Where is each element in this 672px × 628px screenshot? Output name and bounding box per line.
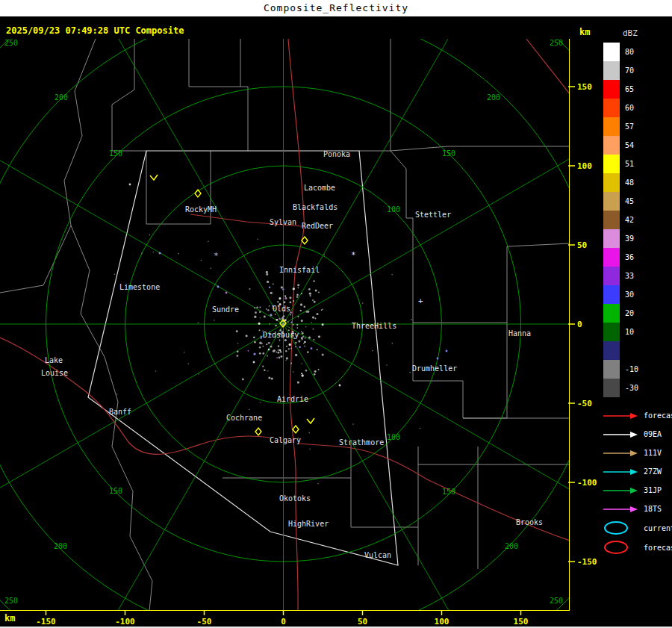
echo-dot xyxy=(273,283,274,285)
echo-dot xyxy=(198,323,199,324)
range-ring-label: 200 xyxy=(54,542,67,550)
legend-label: 18TS xyxy=(644,505,662,513)
right-axis-tick-label: -100 xyxy=(577,478,597,488)
range-ring-label: 150 xyxy=(442,149,455,158)
echo-dot xyxy=(279,357,281,359)
echo-dot xyxy=(178,253,179,255)
echo-dot xyxy=(300,303,302,305)
colorbar-value-label: 20 xyxy=(625,309,647,317)
echo-dot xyxy=(314,301,316,303)
colorbar-swatch xyxy=(603,80,620,99)
highway-line xyxy=(526,39,570,94)
echo-dot xyxy=(308,432,310,434)
product-timestamp: 2025/09/23 07:49:28 UTC Composite xyxy=(6,25,184,36)
district-boundary xyxy=(240,39,248,151)
point-marker-dot xyxy=(217,286,220,288)
echo-dot xyxy=(313,339,314,341)
echo-dot xyxy=(276,357,278,358)
echo-dot xyxy=(214,320,215,321)
colorbar-value-label: 60 xyxy=(625,104,647,112)
range-ring-label: 150 xyxy=(109,149,122,158)
echo-dot xyxy=(322,354,324,356)
legend-arrow-row: 31JP xyxy=(602,481,672,500)
dbz-colorbar: dBZ 80706560575451484542393633302010-10-… xyxy=(603,28,647,397)
echo-dot xyxy=(302,332,304,335)
echo-dot xyxy=(254,315,256,317)
echo-dot xyxy=(323,254,325,255)
echo-dot xyxy=(391,274,393,276)
legend-arrow-row: 09EA xyxy=(602,425,672,444)
echo-dot xyxy=(259,346,261,348)
echo-dot xyxy=(311,347,313,349)
range-ring-label: 150 xyxy=(109,487,122,495)
echo-dot xyxy=(290,348,292,349)
colorbar-swatch xyxy=(603,267,620,285)
echo-dot xyxy=(288,348,290,349)
echo-dot xyxy=(198,373,199,375)
colorbar-swatch xyxy=(603,248,620,267)
right-axis-tick-label: -150 xyxy=(577,557,597,567)
colorbar-value-label: 54 xyxy=(625,141,647,149)
echo-dot xyxy=(211,267,212,269)
city-label: Strathmore xyxy=(339,438,384,447)
point-marker-dot xyxy=(159,252,161,255)
echo-dot xyxy=(266,343,267,345)
echo-dot xyxy=(409,372,411,373)
legend-label: 09EA xyxy=(644,430,662,438)
echo-dot xyxy=(286,357,288,359)
echo-dot xyxy=(317,483,319,485)
range-ring-label: 200 xyxy=(55,93,68,102)
echo-dot xyxy=(302,374,304,376)
echo-dot xyxy=(301,363,302,364)
echo-dot xyxy=(309,448,311,450)
echo-dot xyxy=(275,325,277,327)
echo-dot xyxy=(237,350,239,352)
echo-dot xyxy=(290,362,292,364)
colorbar-value-label: 42 xyxy=(625,216,647,224)
echo-dot xyxy=(322,323,324,326)
echo-dot xyxy=(279,349,281,351)
city-label: Hanna xyxy=(508,329,531,338)
echo-dot xyxy=(260,317,261,319)
right-axis-tick-label: 0 xyxy=(577,320,582,329)
echo-dot xyxy=(293,300,294,302)
colorbar-swatch-row: 65 xyxy=(603,80,647,99)
district-boundary xyxy=(391,39,413,218)
echo-dot xyxy=(318,369,320,370)
echo-dot xyxy=(279,319,281,320)
district-boundary xyxy=(413,218,570,323)
point-marker-dot xyxy=(446,350,448,352)
echo-dot xyxy=(296,296,298,297)
echo-dot xyxy=(273,350,275,352)
range-ring-label: 200 xyxy=(505,542,518,550)
city-label: Okotoks xyxy=(279,494,311,503)
echo-dot xyxy=(262,365,264,367)
echo-dot xyxy=(301,337,303,339)
colorbar-value-label: 36 xyxy=(625,253,647,261)
point-marker-dot xyxy=(129,184,131,186)
echo-dot xyxy=(259,342,261,344)
legend-label: current xyxy=(644,524,672,532)
echo-dot xyxy=(289,343,291,346)
echo-dot xyxy=(263,352,265,355)
echo-dot xyxy=(297,381,299,383)
city-label: Louise xyxy=(41,369,68,377)
colorbar-value-label: 39 xyxy=(625,234,647,243)
echo-dot xyxy=(301,373,302,374)
echo-dot xyxy=(362,302,364,304)
map-layers: 2502001502502001501001001502002501502002… xyxy=(0,0,672,628)
legend-ellipse-row: forecast xyxy=(602,538,672,557)
range-ring xyxy=(0,7,600,628)
colorbar-value-label: 80 xyxy=(625,48,647,56)
echo-dot xyxy=(298,340,300,342)
right-axis-tick-label: 50 xyxy=(577,240,587,250)
window-title: Composite_Reflectivity xyxy=(264,2,408,13)
range-ring xyxy=(0,0,672,628)
echo-dot xyxy=(141,252,143,254)
track-arrow-icon xyxy=(602,505,639,514)
echo-dot xyxy=(296,324,298,326)
colorbar-swatch xyxy=(603,43,620,61)
range-ring-label: 100 xyxy=(387,433,400,441)
colorbar-swatch-row: 42 xyxy=(603,211,647,229)
track-arrow-icon xyxy=(602,411,639,420)
